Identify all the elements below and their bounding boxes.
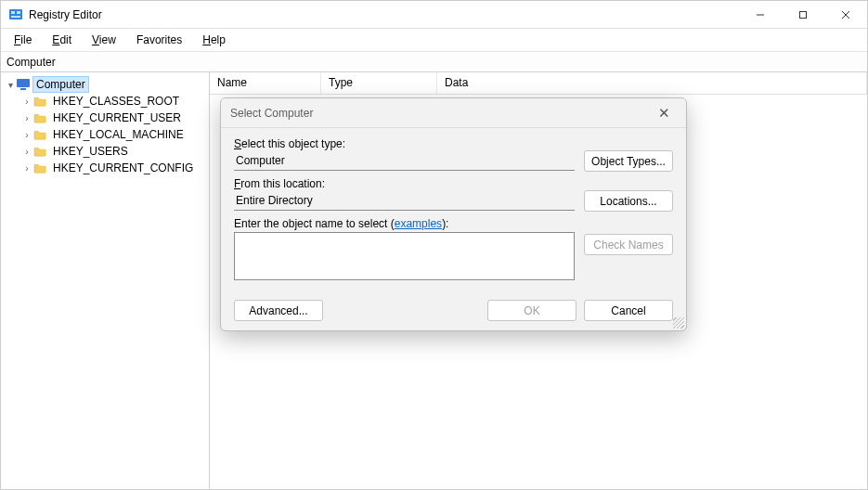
tree-root[interactable]: ▾ Computer	[5, 76, 209, 93]
resize-grip-icon[interactable]	[673, 317, 684, 329]
advanced-button[interactable]: Advanced...	[234, 300, 323, 321]
locations-button[interactable]: Locations...	[584, 190, 673, 212]
menu-view[interactable]: View	[83, 31, 125, 49]
check-names-button[interactable]: Check Names	[584, 234, 673, 255]
menu-file[interactable]: File	[5, 31, 41, 49]
tree-hive[interactable]: › HKEY_USERS	[21, 143, 209, 160]
menu-edit[interactable]: Edit	[43, 31, 81, 49]
folder-icon	[32, 111, 47, 124]
column-name[interactable]: Name	[210, 72, 321, 94]
examples-link[interactable]: examples	[395, 217, 442, 230]
list-header: Name Type Data	[210, 72, 867, 95]
svg-rect-0	[9, 9, 22, 19]
close-button[interactable]	[824, 1, 867, 29]
computer-icon	[16, 78, 31, 91]
list-pane: Name Type Data Select Computer ✕ Select …	[210, 72, 867, 489]
object-type-field: Computer	[234, 152, 575, 171]
chevron-right-icon[interactable]: ›	[21, 147, 32, 157]
address-bar[interactable]: Computer	[1, 52, 867, 72]
regedit-icon	[8, 7, 23, 22]
chevron-right-icon[interactable]: ›	[21, 97, 32, 107]
svg-rect-9	[20, 88, 26, 90]
menubar: File Edit View Favorites Help	[1, 29, 867, 52]
tree-hive-label: HKEY_USERS	[50, 144, 131, 159]
tree-hive[interactable]: › HKEY_CURRENT_USER	[21, 110, 209, 126]
svg-rect-2	[17, 11, 20, 14]
column-type[interactable]: Type	[321, 72, 437, 94]
tree-children: › HKEY_CLASSES_ROOT › HKEY_CURRENT_USER …	[5, 93, 209, 176]
menu-help[interactable]: Help	[193, 31, 235, 49]
tree-pane[interactable]: ▾ Computer › HKEY_CLASSES_ROOT › HKEY_CU…	[1, 72, 210, 489]
chevron-right-icon[interactable]: ›	[21, 163, 32, 174]
address-text: Computer	[6, 56, 56, 69]
dialog-titlebar: Select Computer ✕	[221, 98, 686, 128]
column-data[interactable]: Data	[437, 72, 867, 94]
tree-hive[interactable]: › HKEY_CURRENT_CONFIG	[21, 160, 209, 176]
chevron-down-icon[interactable]: ▾	[5, 80, 16, 90]
tree-hive-label: HKEY_CURRENT_USER	[50, 110, 184, 125]
body: ▾ Computer › HKEY_CLASSES_ROOT › HKEY_CU…	[1, 72, 867, 489]
select-computer-dialog: Select Computer ✕ Select this object typ…	[220, 97, 687, 331]
object-types-button[interactable]: Object Types...	[584, 150, 673, 172]
cancel-button[interactable]: Cancel	[584, 300, 673, 321]
object-name-input[interactable]	[234, 232, 575, 280]
svg-rect-8	[17, 79, 30, 87]
folder-icon	[32, 95, 47, 108]
chevron-right-icon[interactable]: ›	[21, 130, 32, 140]
maximize-button[interactable]	[782, 1, 824, 29]
window-title: Registry Editor	[29, 8, 739, 21]
minimize-button[interactable]	[739, 1, 782, 29]
enter-name-label: Enter the object name to select (example…	[234, 217, 575, 230]
folder-icon	[32, 145, 47, 158]
tree-hive[interactable]: › HKEY_CLASSES_ROOT	[21, 93, 209, 110]
tree-hive-label: HKEY_CURRENT_CONFIG	[50, 161, 196, 175]
location-label: From this location:	[234, 177, 575, 190]
tree-hive-label: HKEY_CLASSES_ROOT	[50, 94, 182, 109]
tree-hive-label: HKEY_LOCAL_MACHINE	[50, 127, 187, 142]
folder-icon	[32, 128, 47, 141]
dialog-close-button[interactable]: ✕	[651, 105, 677, 122]
tree-root-label: Computer	[33, 77, 88, 92]
dialog-title-text: Select Computer	[230, 107, 313, 120]
ok-button[interactable]: OK	[487, 300, 577, 321]
window-controls	[739, 1, 867, 29]
tree-hive[interactable]: › HKEY_LOCAL_MACHINE	[21, 126, 209, 143]
svg-rect-3	[11, 16, 20, 18]
object-type-label: Select this object type:	[234, 137, 575, 150]
chevron-right-icon[interactable]: ›	[21, 113, 32, 123]
titlebar: Registry Editor	[1, 1, 867, 29]
svg-rect-1	[11, 11, 15, 14]
location-field: Entire Directory	[234, 192, 575, 211]
svg-rect-5	[800, 11, 807, 18]
folder-icon	[32, 161, 47, 174]
menu-favorites[interactable]: Favorites	[127, 31, 191, 49]
